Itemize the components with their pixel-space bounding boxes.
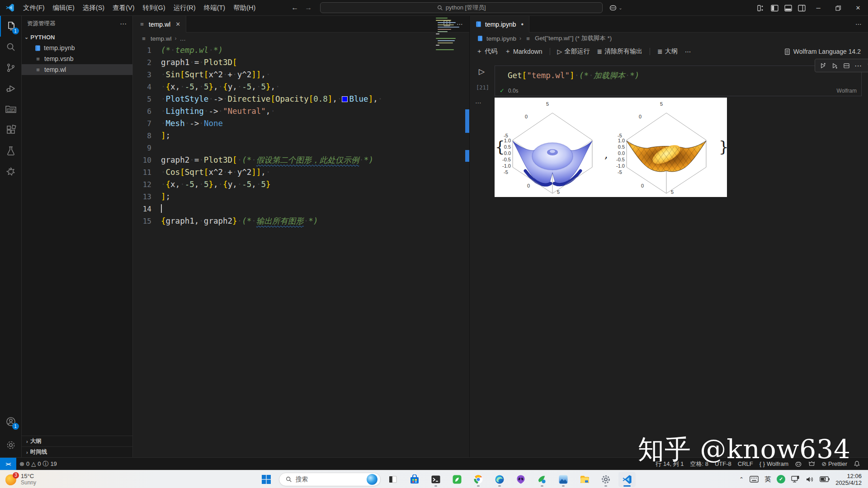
toggle-secondary-sidebar-icon[interactable] — [795, 2, 808, 14]
close-button[interactable]: ✕ — [848, 0, 868, 16]
color-swatch-blue[interactable] — [342, 96, 348, 102]
battery-icon[interactable] — [820, 476, 830, 482]
task-view-button[interactable] — [385, 472, 402, 487]
problems-indicator[interactable]: ⊗0 △0 ⓘ19 — [16, 458, 60, 470]
add-code-cell-button[interactable]: ＋代码 — [476, 47, 497, 56]
nav-back-icon[interactable]: ← — [291, 4, 298, 12]
notebook-cell[interactable]: ⋯ Get["temp.wl"]·(*·加载脚本·*) ✓ 0.0s Wolfr… — [495, 66, 862, 96]
activity-run-debug[interactable] — [0, 78, 22, 99]
tab-close-icon[interactable]: ✕ — [175, 21, 180, 28]
split-cell-icon[interactable] — [841, 61, 851, 70]
activity-testing[interactable] — [0, 141, 22, 161]
tray-green-app-icon[interactable]: ✓ — [777, 475, 785, 483]
menu-run[interactable]: 运行(R) — [169, 2, 199, 14]
tab-temp-ipynb[interactable]: temp.ipynb • — [470, 16, 529, 33]
activity-explorer[interactable]: 1 — [0, 16, 22, 37]
edge-icon[interactable] — [491, 472, 508, 487]
account-button[interactable]: 1 — [0, 411, 22, 432]
network-icon[interactable] — [791, 476, 800, 483]
sidebar-more-icon[interactable]: ⋯ — [120, 20, 127, 28]
cell-code[interactable]: Get["temp.wl"]·(*·加载脚本·*) — [508, 70, 639, 81]
activity-extensions[interactable] — [0, 120, 22, 141]
indentation[interactable]: 空格: 8 — [687, 460, 711, 468]
code-line[interactable]: 14 — [133, 203, 469, 215]
restore-button[interactable] — [828, 0, 848, 16]
activity-search[interactable] — [0, 37, 22, 57]
plot3d-cos-surface[interactable]: 0 5 -5 1.0 0.5 0.0 -0.5 -1.0 -5 0 5 — [613, 99, 719, 195]
code-editor[interactable]: 1(*·temp.wl·*)2graph1·=·Plot3D[3·Sin[Sqr… — [133, 44, 469, 457]
volume-icon[interactable] — [806, 476, 814, 483]
section-outline[interactable]: › 大纲 — [22, 436, 132, 446]
cell-more-icon[interactable]: ⋯ — [853, 61, 863, 70]
code-line[interactable]: 6·Lighting·->·"Neutral",· — [133, 105, 469, 117]
plot3d-sin-surface[interactable]: 0 5 -5 1.0 0.5 0.0 -0.5 -1.0 -5 0 5 — [499, 99, 605, 195]
clear-outputs-button[interactable]: ≣清除所有输出 — [597, 47, 642, 56]
modified-dot-icon[interactable]: • — [521, 20, 524, 28]
terminal-icon[interactable] — [427, 472, 444, 487]
minimize-button[interactable]: ─ — [808, 0, 828, 16]
settings-app-icon[interactable] — [597, 472, 614, 487]
green-app-icon[interactable] — [448, 472, 466, 487]
menu-view[interactable]: 查看(V) — [108, 2, 138, 14]
menu-edit[interactable]: 编辑(E) — [49, 2, 79, 14]
breadcrumb[interactable]: ≡ temp.wl › … — [133, 33, 469, 44]
code-line[interactable]: 12·{x,·-5,·5},·{y,·-5,·5} — [133, 178, 469, 191]
run-below-icon[interactable] — [830, 61, 840, 70]
customize-layout-icon[interactable] — [754, 2, 768, 14]
minimap[interactable] — [435, 17, 463, 75]
notebook-more-icon[interactable]: ⋯ — [855, 20, 862, 28]
start-button[interactable] — [258, 472, 275, 487]
code-line[interactable]: 5·PlotStyle·->·Directive[Opacity[0.8],·B… — [133, 93, 469, 105]
file-temp-vsnb[interactable]: ≡ temp.vsnb — [22, 53, 132, 64]
alien-app-icon[interactable] — [512, 472, 529, 487]
ime-indicator[interactable]: 英 — [764, 475, 771, 483]
run-all-button[interactable]: ▷全部运行 — [557, 47, 590, 56]
notifications-bell[interactable] — [850, 460, 863, 467]
section-timeline[interactable]: › 时间线 — [22, 446, 132, 457]
file-explorer-icon[interactable] — [576, 472, 593, 487]
code-line[interactable]: 3·Sin[Sqrt[x^2·+·y^2]],· — [133, 69, 469, 81]
menu-terminal[interactable]: 终端(T) — [200, 2, 230, 14]
file-temp-ipynb[interactable]: temp.ipynb — [22, 42, 132, 53]
settings-gear-icon[interactable] — [0, 435, 22, 455]
code-line[interactable]: 13]; — [133, 191, 469, 203]
add-markdown-cell-button[interactable]: ＋Markdown — [505, 47, 542, 56]
tab-temp-wl[interactable]: ≡ temp.wl ✕ — [133, 16, 186, 33]
code-line[interactable]: 10graph2·=·Plot3D[·(*·假设第二个图形，此处仅示例·*) — [133, 154, 469, 166]
run-above-icon[interactable] — [818, 61, 828, 70]
code-line[interactable]: 4·{x,·-5,·5},·{y,·-5,·5},· — [133, 81, 469, 93]
copilot-button[interactable]: ⌄ — [609, 4, 622, 12]
code-line[interactable]: 8]; — [133, 130, 469, 142]
command-center-search[interactable]: python [管理员] — [320, 2, 603, 13]
menu-selection[interactable]: 选择(S) — [79, 2, 108, 14]
language-mode[interactable]: { }Wolfram — [756, 460, 792, 467]
clock[interactable]: 12:06 2025/4/12 — [835, 473, 862, 486]
menu-file[interactable]: 文件(F) — [19, 2, 49, 14]
chrome-icon[interactable] — [470, 472, 487, 487]
activity-wolfram[interactable] — [0, 161, 22, 182]
code-line[interactable]: 7·Mesh·->·None — [133, 117, 469, 130]
code-line[interactable]: 11·Cos[Sqrt[x^2·+·y^2]],· — [133, 166, 469, 178]
toggle-sidebar-icon[interactable] — [768, 2, 781, 14]
toolbar-more-icon[interactable]: ⋯ — [685, 48, 691, 55]
menu-goto[interactable]: 转到(G) — [139, 2, 170, 14]
weather-widget[interactable]: 3 15°C Sunny — [0, 473, 90, 486]
touch-keyboard-icon[interactable] — [750, 476, 759, 483]
formatter-status[interactable]: ⊘Prettier — [818, 460, 850, 467]
activity-lsp[interactable]: LSP — [0, 99, 22, 120]
extension-status[interactable] — [805, 460, 818, 467]
code-line[interactable]: 9 — [133, 142, 469, 154]
photos-app-icon[interactable] — [555, 472, 572, 487]
code-line[interactable]: 2graph1·=·Plot3D[ — [133, 56, 469, 69]
delete-cell-icon[interactable] — [865, 61, 868, 70]
menu-help[interactable]: 帮助(H) — [229, 2, 259, 14]
folder-python[interactable]: ⌄ PYTHON — [22, 32, 132, 42]
remote-indicator[interactable]: >< — [0, 458, 16, 470]
run-cell-button[interactable]: ▷ — [479, 67, 485, 76]
taskbar-search[interactable]: 搜索 — [279, 473, 381, 486]
eol-sequence[interactable]: CRLF — [735, 460, 756, 467]
toggle-panel-icon[interactable] — [781, 2, 795, 14]
cursor-position[interactable]: 行 14, 列 1 — [652, 460, 687, 468]
tray-expand-icon[interactable]: ⌃ — [739, 476, 744, 483]
outline-button[interactable]: ≣大纲 — [657, 47, 678, 56]
